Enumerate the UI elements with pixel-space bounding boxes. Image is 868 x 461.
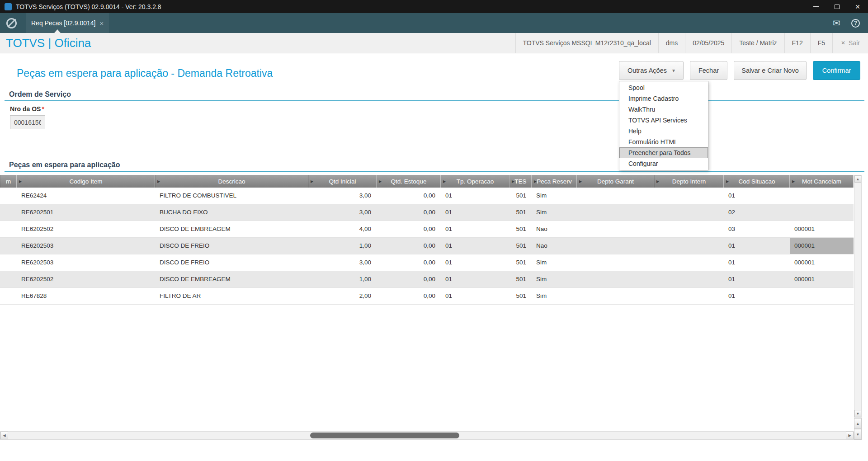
cell-stub[interactable] bbox=[0, 188, 17, 204]
cell-mot_cancelam[interactable]: 000001 bbox=[790, 221, 854, 237]
page-up-icon[interactable]: ▲ bbox=[854, 418, 862, 429]
cell-cod_situacao[interactable]: 01 bbox=[724, 188, 790, 204]
fechar-button[interactable]: Fechar bbox=[690, 61, 727, 80]
cell-depto_intern[interactable] bbox=[654, 238, 724, 254]
cell-codigo[interactable]: RE6202503 bbox=[17, 238, 155, 254]
horizontal-scroll-thumb[interactable] bbox=[310, 433, 459, 438]
cell-tp_operacao[interactable]: 01 bbox=[441, 238, 509, 254]
maximize-button[interactable] bbox=[826, 0, 847, 13]
help-icon[interactable]: ? bbox=[851, 19, 860, 28]
cell-tes[interactable]: 501 bbox=[509, 288, 532, 304]
cell-codigo[interactable]: RE6202502 bbox=[17, 221, 155, 237]
cell-mot_cancelam[interactable]: 000001 bbox=[790, 254, 854, 271]
cell-tes[interactable]: 501 bbox=[509, 204, 532, 221]
cell-depto_garant[interactable] bbox=[577, 271, 654, 287]
cell-stub[interactable] bbox=[0, 204, 17, 221]
cell-tp_operacao[interactable]: 01 bbox=[441, 204, 509, 221]
cell-cod_situacao[interactable]: 02 bbox=[724, 204, 790, 221]
cell-stub[interactable] bbox=[0, 221, 17, 237]
column-header-codigo[interactable]: ▶Codigo Item bbox=[17, 175, 155, 188]
cell-tp_operacao[interactable]: 01 bbox=[441, 254, 509, 271]
cell-qtd_inicial[interactable]: 1,00 bbox=[308, 238, 377, 254]
cell-stub[interactable] bbox=[0, 271, 17, 287]
cell-peca_reserv[interactable]: Nao bbox=[532, 238, 577, 254]
cell-stub[interactable] bbox=[0, 254, 17, 271]
cell-qtd_estoque[interactable]: 0,00 bbox=[377, 238, 441, 254]
cell-codigo[interactable]: RE6202502 bbox=[17, 271, 155, 287]
column-header-tp_operacao[interactable]: ▶Tp. Operacao bbox=[441, 175, 509, 188]
cell-depto_garant[interactable] bbox=[577, 288, 654, 304]
cell-mot_cancelam[interactable]: 000001 bbox=[790, 271, 854, 287]
cell-depto_garant[interactable] bbox=[577, 221, 654, 237]
table-row[interactable]: RE6202502DISCO DE EMBREAGEM1,000,0001501… bbox=[0, 271, 854, 288]
cell-tes[interactable]: 501 bbox=[509, 221, 532, 237]
tab-req-pecas[interactable]: Req Pecas [02.9.0014] × bbox=[26, 13, 109, 33]
cell-cod_situacao[interactable]: 01 bbox=[724, 254, 790, 271]
column-header-depto_garant[interactable]: ▶Depto Garant bbox=[577, 175, 654, 188]
cell-tp_operacao[interactable]: 01 bbox=[441, 288, 509, 304]
column-header-mot_cancelam[interactable]: ▶Mot Cancelam bbox=[790, 175, 854, 188]
cell-mot_cancelam[interactable]: 000001 bbox=[790, 238, 854, 254]
cell-qtd_inicial[interactable]: 4,00 bbox=[308, 221, 377, 237]
cell-qtd_inicial[interactable]: 1,00 bbox=[308, 271, 377, 287]
cell-peca_reserv[interactable]: Sim bbox=[532, 188, 577, 204]
cell-codigo[interactable]: RE6202501 bbox=[17, 204, 155, 221]
column-header-qtd_inicial[interactable]: ▶Qtd Inicial bbox=[308, 175, 377, 188]
table-row[interactable]: RE6202503DISCO DE FREIO3,000,0001501Sim0… bbox=[0, 254, 854, 271]
column-header-peca_reserv[interactable]: ▶Peca Reserv bbox=[532, 175, 577, 188]
menu-item[interactable]: Preencher para Todos bbox=[619, 147, 708, 158]
scroll-down-icon[interactable]: ▼ bbox=[854, 410, 861, 417]
column-header-cod_situacao[interactable]: ▶Cod Situacao bbox=[724, 175, 790, 188]
mail-icon[interactable]: ✉ bbox=[833, 18, 840, 28]
outras-acoes-button[interactable]: Outras Ações ▾ bbox=[619, 61, 684, 80]
grid-horizontal-scrollbar[interactable]: ◀ ▶ bbox=[0, 431, 854, 440]
table-row[interactable]: RE6202501BUCHA DO EIXO3,000,0001501Sim02 bbox=[0, 204, 854, 221]
cell-qtd_estoque[interactable]: 0,00 bbox=[377, 288, 441, 304]
cell-depto_garant[interactable] bbox=[577, 188, 654, 204]
nro-os-input[interactable] bbox=[10, 115, 45, 129]
grid-vertical-scrollbar[interactable]: ▲ ▼ bbox=[854, 175, 862, 418]
cell-depto_garant[interactable] bbox=[577, 254, 654, 271]
cell-qtd_inicial[interactable]: 3,00 bbox=[308, 254, 377, 271]
cell-descricao[interactable]: DISCO DE EMBREAGEM bbox=[155, 271, 308, 287]
cell-mot_cancelam[interactable] bbox=[790, 288, 854, 304]
cell-depto_intern[interactable] bbox=[654, 221, 724, 237]
horizontal-scroll-track[interactable] bbox=[8, 432, 846, 439]
cell-descricao[interactable]: DISCO DE FREIO bbox=[155, 238, 308, 254]
column-header-descricao[interactable]: ▶Descricao bbox=[155, 175, 308, 188]
cell-peca_reserv[interactable]: Sim bbox=[532, 288, 577, 304]
menu-item[interactable]: TOTVS API Services bbox=[619, 115, 708, 126]
sair-button[interactable]: ✕ Sair bbox=[832, 33, 868, 53]
env-item-5[interactable]: F5 bbox=[810, 33, 832, 53]
cell-qtd_inicial[interactable]: 2,00 bbox=[308, 288, 377, 304]
cell-qtd_estoque[interactable]: 0,00 bbox=[377, 221, 441, 237]
cell-peca_reserv[interactable]: Sim bbox=[532, 254, 577, 271]
menu-item[interactable]: Configurar bbox=[619, 158, 708, 169]
cell-stub[interactable] bbox=[0, 238, 17, 254]
cell-depto_intern[interactable] bbox=[654, 271, 724, 287]
table-row[interactable]: RE62424FILTRO DE COMBUSTIVEL3,000,000150… bbox=[0, 188, 854, 204]
cell-descricao[interactable]: DISCO DE FREIO bbox=[155, 254, 308, 271]
cell-tes[interactable]: 501 bbox=[509, 254, 532, 271]
cell-qtd_estoque[interactable]: 0,00 bbox=[377, 254, 441, 271]
cell-depto_intern[interactable] bbox=[654, 188, 724, 204]
menu-item[interactable]: WalkThru bbox=[619, 104, 708, 115]
tab-close-icon[interactable]: × bbox=[99, 19, 104, 27]
cell-tes[interactable]: 501 bbox=[509, 188, 532, 204]
column-header-depto_intern[interactable]: ▶Depto Intern bbox=[654, 175, 724, 188]
cell-descricao[interactable]: FILTRO DE AR bbox=[155, 288, 308, 304]
scroll-up-icon[interactable]: ▲ bbox=[854, 175, 861, 183]
cell-peca_reserv[interactable]: Nao bbox=[532, 221, 577, 237]
cell-depto_garant[interactable] bbox=[577, 238, 654, 254]
cell-peca_reserv[interactable]: Sim bbox=[532, 271, 577, 287]
scroll-left-icon[interactable]: ◀ bbox=[0, 432, 8, 439]
totvs-logo-icon[interactable] bbox=[6, 18, 17, 28]
confirmar-button[interactable]: Confirmar bbox=[813, 61, 860, 80]
cell-stub[interactable] bbox=[0, 288, 17, 304]
cell-qtd_inicial[interactable]: 3,00 bbox=[308, 204, 377, 221]
cell-codigo[interactable]: RE6202503 bbox=[17, 254, 155, 271]
cell-codigo[interactable]: RE67828 bbox=[17, 288, 155, 304]
cell-descricao[interactable]: FILTRO DE COMBUSTIVEL bbox=[155, 188, 308, 204]
cell-cod_situacao[interactable]: 01 bbox=[724, 238, 790, 254]
table-row[interactable]: RE67828FILTRO DE AR2,000,0001501Sim01 bbox=[0, 288, 854, 305]
